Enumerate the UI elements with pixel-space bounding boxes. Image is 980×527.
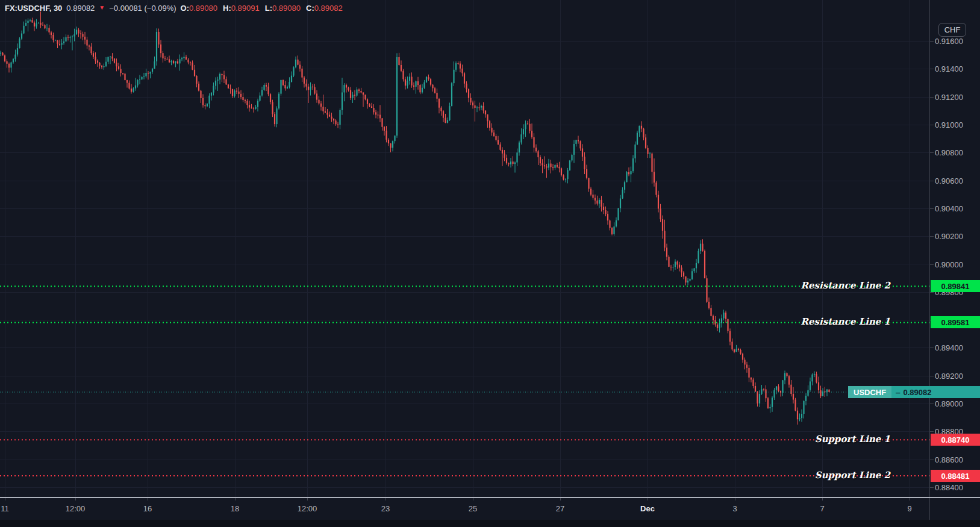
trading-chart-window: FX:USDCHF, 30 0.89082 ▼ −0.00081 (−0.09%… — [0, 0, 980, 527]
price-change: −0.00081 (−0.09%) — [109, 4, 176, 13]
time-tick-mark — [148, 498, 148, 500]
price-tick-label: 0.90400 — [935, 204, 963, 213]
time-tick-label: 12:00 — [298, 504, 317, 513]
levels-layer — [0, 286, 929, 476]
current-price-value: 0.89082 — [903, 388, 931, 397]
price-tick-mark — [930, 41, 934, 42]
drawing-label-resistance-line-2[interactable]: Resistance Line 2 — [801, 280, 890, 291]
price-tick-label: 0.90000 — [935, 260, 963, 269]
time-tick-mark — [385, 498, 386, 500]
price-tick-mark — [930, 376, 934, 376]
drawing-label-support-line-1[interactable]: Support Line 1 — [815, 434, 890, 444]
price-tick-label: 0.91400 — [935, 64, 963, 73]
price-tick-label: 0.88400 — [935, 482, 963, 491]
ohlc-values: O:0.89080H:0.89091L:0.89080C:0.89082 — [181, 4, 343, 13]
current-price-label: USDCHF ‒ 0.89082 — [848, 386, 980, 398]
time-tick-label: 7 — [820, 504, 824, 513]
price-tick-mark — [930, 348, 934, 348]
axis-corner-border — [929, 498, 930, 520]
price-tick-label: 0.90200 — [935, 232, 963, 241]
time-tick-mark — [473, 498, 473, 500]
price-tick-mark — [930, 431, 934, 432]
candlestick-chart[interactable] — [0, 0, 980, 497]
price-tick-mark — [930, 487, 934, 488]
candles-layer — [0, 11, 830, 425]
time-tick-label: 27 — [556, 504, 564, 513]
bottom-edge — [0, 520, 980, 527]
ohlc-item: O:0.89080 — [181, 4, 217, 13]
price-tick-label: 0.88600 — [935, 455, 963, 464]
currency-toggle-button[interactable]: CHF — [938, 23, 966, 37]
price-tick-mark — [930, 264, 934, 265]
down-triangle-icon: ▼ — [99, 4, 105, 11]
price-tick-label: 0.89000 — [935, 399, 963, 408]
price-tick-label: 0.90800 — [935, 148, 963, 157]
price-tick-mark — [930, 181, 934, 181]
time-tick-mark — [5, 498, 5, 500]
drawing-label-resistance-line-1[interactable]: Resistance Line 1 — [801, 317, 890, 328]
support-price-label: 0.88481 — [931, 470, 980, 482]
current-label-dash: ‒ — [891, 388, 903, 397]
resistance-price-label: 0.89841 — [931, 280, 980, 292]
price-tick-mark — [930, 69, 934, 69]
price-tick-mark — [930, 125, 934, 125]
time-tick-label: 11 — [1, 504, 9, 513]
price-tick-mark — [930, 208, 934, 209]
time-axis[interactable]: 1112:00161812:00232527Dec379 — [0, 498, 980, 520]
pane-separator[interactable] — [0, 497, 980, 498]
time-tick-mark — [822, 498, 823, 500]
time-tick-label: 23 — [381, 504, 390, 513]
chart-legend[interactable]: FX:USDCHF, 30 0.89082 ▼ −0.00081 (−0.09%… — [5, 2, 343, 13]
time-tick-mark — [648, 498, 648, 500]
time-tick-mark — [560, 498, 561, 500]
time-tick-label: Dec — [640, 504, 655, 513]
time-tick-label: 3 — [732, 504, 737, 513]
price-tick-mark — [930, 236, 934, 237]
ohlc-item: C:0.89082 — [306, 4, 343, 13]
price-tick-mark — [930, 97, 934, 98]
drawing-label-support-line-2[interactable]: Support Line 2 — [815, 470, 890, 481]
price-tick-label: 0.89200 — [935, 371, 963, 380]
current-symbol-chip: USDCHF — [848, 386, 891, 398]
price-tick-label: 0.90600 — [935, 176, 963, 185]
price-axis[interactable]: 0.916000.914000.912000.910000.908000.906… — [929, 0, 980, 497]
price-tick-mark — [930, 404, 934, 404]
time-tick-mark — [735, 498, 735, 500]
last-price: 0.89082 — [66, 4, 95, 13]
resistance-price-label: 0.89581 — [931, 316, 980, 328]
ohlc-item: L:0.89080 — [265, 4, 301, 13]
time-tick-label: 9 — [907, 504, 911, 513]
time-tick-mark — [910, 498, 910, 500]
symbol-title[interactable]: FX:USDCHF, 30 — [5, 4, 62, 13]
price-tick-mark — [930, 460, 934, 460]
time-tick-mark — [75, 498, 76, 500]
time-tick-label: 18 — [231, 504, 239, 513]
support-price-label: 0.88740 — [931, 434, 980, 446]
price-tick-label: 0.91000 — [935, 120, 963, 129]
price-tick-mark — [930, 152, 934, 153]
time-tick-mark — [307, 498, 308, 500]
price-tick-label: 0.91200 — [935, 92, 963, 101]
price-tick-label: 0.91600 — [935, 37, 963, 46]
time-tick-label: 12:00 — [66, 504, 86, 513]
ohlc-item: H:0.89091 — [223, 4, 260, 13]
time-tick-mark — [235, 498, 236, 500]
price-tick-label: 0.89400 — [935, 343, 963, 352]
time-tick-label: 16 — [143, 504, 152, 513]
time-tick-label: 25 — [469, 504, 477, 513]
